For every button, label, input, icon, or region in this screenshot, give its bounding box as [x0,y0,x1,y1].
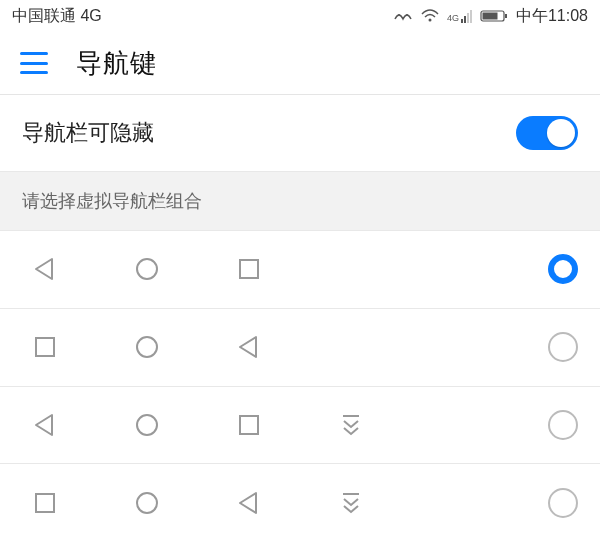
nav-combo-option-1[interactable] [0,309,600,387]
signal-icon: 4G [447,10,472,23]
settings-screen: 中国联通 4G 4G 中午11:08 导航 [0,0,600,541]
svg-point-6 [137,259,157,279]
svg-point-14 [137,493,157,513]
svg-rect-5 [505,14,507,18]
hamburger-menu-icon[interactable] [20,52,48,74]
carrier-label: 中国联通 4G [12,6,102,27]
back-key-icon [30,410,60,440]
svg-rect-8 [36,338,54,356]
home-key-icon [132,254,162,284]
recent-key-icon [30,488,60,518]
nav-combo-options [0,231,600,541]
dropdown-key-icon [336,410,366,440]
nav-combo-icons [30,332,548,362]
nav-combo-option-2[interactable] [0,387,600,465]
svg-point-1 [406,14,408,16]
battery-icon [480,9,508,23]
nav-hideable-label: 导航栏可隐藏 [22,118,154,148]
nav-combo-icons [30,410,548,440]
switch-knob [547,119,575,147]
nav-combo-radio-3[interactable] [548,488,578,518]
back-key-icon [30,254,60,284]
eye-care-icon [393,9,413,23]
status-bar-right: 4G 中午11:08 [393,6,588,27]
svg-point-10 [137,415,157,435]
recent-key-icon [30,332,60,362]
svg-rect-7 [240,260,258,278]
back-key-icon [234,488,264,518]
nav-combo-option-3[interactable] [0,464,600,541]
svg-rect-13 [36,494,54,512]
recent-key-icon [234,410,264,440]
wifi-icon [421,9,439,23]
status-bar-left: 中国联通 4G [12,6,102,27]
nav-combo-radio-0[interactable] [548,254,578,284]
nav-hideable-row[interactable]: 导航栏可隐藏 [0,95,600,171]
svg-rect-11 [240,416,258,434]
dropdown-key-icon [336,488,366,518]
nav-combo-section-header: 请选择虚拟导航栏组合 [0,171,600,231]
svg-rect-4 [482,13,497,20]
home-key-icon [132,488,162,518]
nav-combo-icons [30,254,548,284]
nav-hideable-switch[interactable] [516,116,578,150]
nav-combo-radio-1[interactable] [548,332,578,362]
title-bar: 导航键 [0,32,600,94]
page-title: 导航键 [76,46,157,81]
home-key-icon [132,332,162,362]
nav-combo-option-0[interactable] [0,231,600,309]
back-key-icon [234,332,264,362]
clock-label: 中午11:08 [516,6,588,27]
nav-combo-radio-2[interactable] [548,410,578,440]
svg-point-0 [398,14,400,16]
svg-point-2 [428,19,431,22]
nav-combo-icons [30,488,548,518]
svg-point-9 [137,337,157,357]
home-key-icon [132,410,162,440]
recent-key-icon [234,254,264,284]
status-bar: 中国联通 4G 4G 中午11:08 [0,0,600,32]
